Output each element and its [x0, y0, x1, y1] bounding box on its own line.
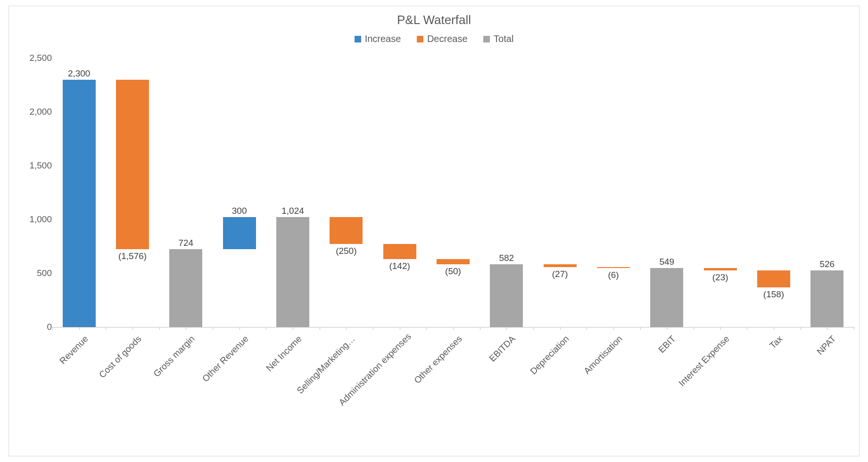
y-tick-mark	[50, 58, 52, 59]
bar-value-label: 549	[638, 257, 695, 267]
chart-legend: Increase Decrease Total	[9, 34, 859, 45]
waterfall-bar	[704, 268, 737, 270]
x-tick-mark	[506, 327, 507, 330]
x-tick-mark	[79, 327, 80, 330]
y-tick-mark	[50, 273, 52, 274]
x-tick-mark	[186, 327, 186, 330]
x-tick-mark	[560, 327, 561, 330]
x-tick-mark	[106, 327, 106, 330]
waterfall-bar	[650, 268, 683, 327]
x-tick-mark	[774, 327, 774, 330]
x-tick-mark	[720, 327, 721, 330]
waterfall-bar	[276, 217, 309, 327]
bar-value-label: 1,024	[265, 206, 321, 216]
waterfall-bar	[437, 259, 470, 264]
y-tick-label: 2,000	[14, 107, 52, 117]
waterfall-bar	[330, 217, 363, 244]
x-tick-mark	[159, 327, 160, 330]
legend-label: Increase	[365, 34, 401, 44]
legend-item-total: Total	[483, 34, 513, 44]
x-tick-mark	[801, 327, 801, 330]
x-tick-mark	[480, 327, 480, 330]
y-tick-label: 2,500	[14, 53, 52, 63]
legend-label: Total	[494, 34, 513, 44]
bar-value-label: (250)	[318, 246, 374, 256]
waterfall-bar	[383, 244, 416, 259]
waterfall-bar	[757, 270, 790, 287]
x-tick-mark	[587, 327, 587, 330]
x-tick-mark	[400, 327, 400, 330]
waterfall-bar	[116, 80, 149, 249]
chart-frame: P&L Waterfall Increase Decrease Total 05…	[8, 6, 860, 456]
waterfall-bar	[810, 270, 843, 327]
y-tick-label: 0	[14, 322, 52, 332]
x-tick-mark	[426, 327, 427, 330]
x-tick-mark	[132, 327, 133, 330]
waterfall-bar	[544, 264, 577, 267]
y-tick-label: 500	[14, 268, 52, 278]
x-tick-mark	[266, 327, 266, 330]
bar-value-label: (158)	[745, 289, 802, 300]
x-tick-mark	[52, 327, 53, 330]
waterfall-bar	[223, 217, 256, 249]
x-tick-mark	[827, 327, 827, 330]
x-tick-mark	[854, 327, 854, 330]
bar-value-label: (1,576)	[104, 251, 161, 261]
x-tick-mark	[293, 327, 293, 330]
bar-value-label: 724	[157, 238, 214, 248]
waterfall-bar	[169, 249, 202, 327]
legend-label: Decrease	[427, 34, 468, 44]
bar-value-label: 300	[211, 206, 268, 216]
legend-swatch-total	[483, 36, 490, 42]
x-tick-mark	[694, 327, 694, 330]
y-tick-label: 1,500	[14, 160, 52, 171]
x-tick-mark	[240, 327, 240, 330]
y-tick-mark	[50, 166, 52, 166]
legend-swatch-increase	[355, 36, 361, 42]
x-tick-mark	[373, 327, 373, 330]
bar-value-label: (142)	[372, 261, 428, 271]
bar-value-label: (50)	[425, 266, 481, 277]
y-tick-label: 1,000	[14, 214, 52, 225]
x-tick-mark	[453, 327, 454, 330]
bar-value-label: (27)	[532, 269, 588, 279]
legend-item-decrease: Decrease	[417, 34, 468, 44]
x-tick-mark	[320, 327, 320, 330]
legend-swatch-decrease	[417, 36, 423, 42]
x-tick-mark	[533, 327, 534, 330]
x-tick-mark	[613, 327, 614, 330]
bar-value-label: 2,300	[51, 68, 107, 79]
y-tick-mark	[50, 219, 52, 220]
waterfall-bar	[490, 264, 523, 327]
legend-item-increase: Increase	[355, 34, 401, 44]
bar-value-label: 582	[478, 253, 535, 263]
x-tick-mark	[346, 327, 347, 330]
waterfall-bar	[597, 267, 630, 268]
chart-title: P&L Waterfall	[9, 13, 859, 27]
x-tick-mark	[640, 327, 641, 330]
x-tick-mark	[213, 327, 213, 330]
y-tick-mark	[50, 112, 52, 112]
waterfall-bar	[63, 80, 96, 327]
bar-value-label: (23)	[692, 272, 749, 283]
x-tick-mark	[667, 327, 667, 330]
x-tick-mark	[747, 327, 747, 330]
bar-value-label: (6)	[585, 270, 642, 280]
bar-value-label: 526	[799, 259, 855, 269]
